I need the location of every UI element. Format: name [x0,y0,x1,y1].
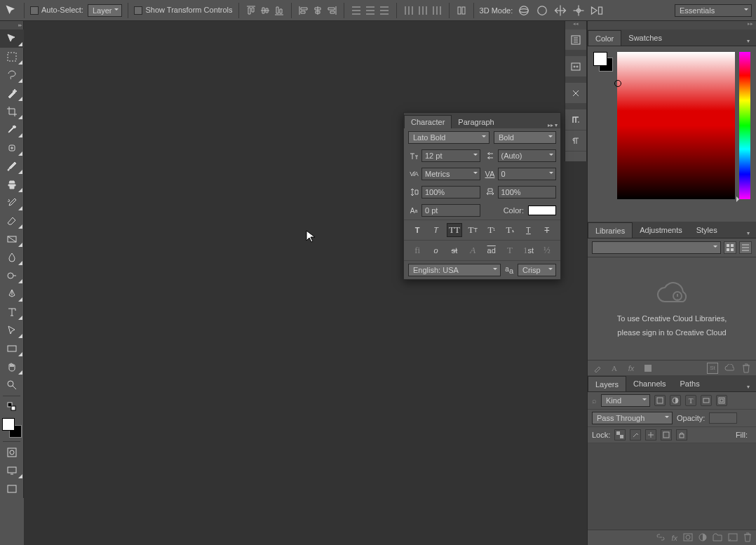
underline-button[interactable]: T [520,223,536,237]
screen-mode-icon[interactable] [0,462,24,480]
workspace-selector[interactable]: Essentials [675,4,752,17]
align-left-icon[interactable] [297,4,310,17]
hand-tool[interactable] [0,358,24,376]
canvas-area[interactable] [24,21,587,545]
character-panel[interactable]: Character Paragraph ▸▸ ▾ Lato Bold Bold … [403,112,561,280]
add-brush-icon[interactable] [592,363,603,374]
crop-tool[interactable] [0,102,24,121]
leading-input[interactable]: (Auto) [498,149,557,162]
language-select[interactable]: English: USA [408,264,501,276]
stock-icon[interactable]: St [707,363,718,374]
strikethrough-button[interactable]: T [539,223,555,237]
tab-paths[interactable]: Paths [673,376,707,391]
gradient-tool[interactable] [0,230,24,248]
distribute-left-icon[interactable] [403,4,415,17]
faux-italic-button[interactable]: T [428,223,444,237]
layer-filter-select[interactable]: Kind [601,394,650,407]
layers-list[interactable] [588,443,756,530]
tab-swatches[interactable]: Swatches [621,30,669,46]
adjustment-layer-icon[interactable] [698,533,707,543]
superscript-button[interactable]: T¹ [484,223,499,237]
character-panel-icon[interactable] [565,109,586,130]
history-panel-icon[interactable] [565,29,586,51]
layer-group-icon[interactable] [713,533,722,543]
font-size-input[interactable]: 12 pt [421,149,480,162]
align-top-icon[interactable] [245,4,257,17]
foreground-background-color[interactable] [2,418,22,438]
distribute-hcenter-icon[interactable] [417,4,429,17]
properties-panel-icon[interactable] [565,56,586,77]
zoom-tool[interactable] [0,376,24,394]
lock-all-icon[interactable] [676,429,687,440]
layers-panel-flyout-icon[interactable] [743,382,753,391]
marquee-tool[interactable] [0,48,24,66]
distribute-vcenter-icon[interactable] [364,4,377,17]
eraser-tool[interactable] [0,212,24,230]
auto-align-icon[interactable] [455,4,468,17]
rectangle-tool[interactable] [0,339,24,358]
align-vcenter-icon[interactable] [259,4,271,17]
filter-shape-icon[interactable] [701,395,712,406]
char-color-swatch[interactable] [528,206,556,215]
trash-icon[interactable] [741,363,752,374]
slide-3d-icon[interactable] [572,4,586,18]
antialias-select[interactable]: Crisp [518,264,556,276]
tab-adjustments[interactable]: Adjustments [633,222,689,238]
distribute-right-icon[interactable] [431,4,443,17]
tab-channels[interactable]: Channels [626,376,673,391]
distribute-bottom-icon[interactable] [378,4,391,17]
lock-image-icon[interactable] [630,429,641,440]
clone-stamp-tool[interactable] [0,175,24,194]
all-caps-button[interactable]: TT [447,223,462,237]
link-layers-icon[interactable] [656,533,666,543]
baseline-input[interactable]: 0 pt [421,204,480,217]
move-tool[interactable] [0,29,24,48]
align-right-icon[interactable] [325,4,338,17]
filter-type-icon[interactable]: T [685,395,696,406]
pen-tool[interactable] [0,285,24,303]
tracking-input[interactable]: 0 [498,168,557,180]
swash-button[interactable]: A [465,243,480,257]
hscale-input[interactable]: 100% [498,186,557,199]
blend-mode-select[interactable]: Pass Through [592,412,673,424]
kerning-input[interactable]: Metrics [421,168,480,180]
zoom-3d-icon[interactable] [590,4,604,18]
filter-smart-icon[interactable] [716,395,727,406]
default-colors-icon[interactable] [0,398,24,416]
align-hcenter-icon[interactable] [311,4,324,17]
opacity-field[interactable] [709,412,737,424]
add-fx-icon[interactable]: fx [626,363,637,374]
distribute-top-icon[interactable] [350,4,363,17]
subscript-button[interactable]: T₁ [502,223,518,237]
filter-adjustment-icon[interactable] [670,395,681,406]
tab-character[interactable]: Character [404,115,452,128]
new-layer-icon[interactable] [728,533,738,543]
quick-mask-icon[interactable] [0,443,24,462]
tools-collapse-handle[interactable] [0,21,23,29]
cloud-sync-icon[interactable] [724,363,735,374]
blur-tool[interactable] [0,248,24,267]
add-charstyle-icon[interactable]: A [609,363,620,374]
lasso-tool[interactable] [0,66,24,84]
layer-fx-icon[interactable]: fx [671,534,677,542]
layer-mask-icon[interactable] [683,533,693,543]
library-select[interactable] [592,241,721,254]
history-brush-tool[interactable] [0,194,24,212]
font-family-select[interactable]: Lato Bold [408,131,490,144]
contextual-alt-button[interactable]: o [428,243,444,257]
color-panel-flyout-icon[interactable] [743,36,753,46]
tab-layers[interactable]: Layers [588,376,626,391]
tab-color[interactable]: Color [588,30,621,46]
delete-layer-icon[interactable] [743,532,752,544]
type-tool[interactable] [0,303,24,321]
auto-select-checkbox[interactable]: Auto-Select: [30,6,83,15]
titling-alt-button[interactable]: T [502,243,518,257]
ordinals-button[interactable]: 1st [520,243,536,257]
small-caps-button[interactable]: TT [465,223,480,237]
right-collapse-handle[interactable]: ▸▸ [588,21,756,29]
color-fgbg-swatch[interactable] [593,52,613,72]
dodge-tool[interactable] [0,267,24,285]
filter-pixel-icon[interactable] [654,395,666,406]
brush-panel-icon[interactable] [565,83,586,104]
lock-transparency-icon[interactable] [614,429,626,440]
